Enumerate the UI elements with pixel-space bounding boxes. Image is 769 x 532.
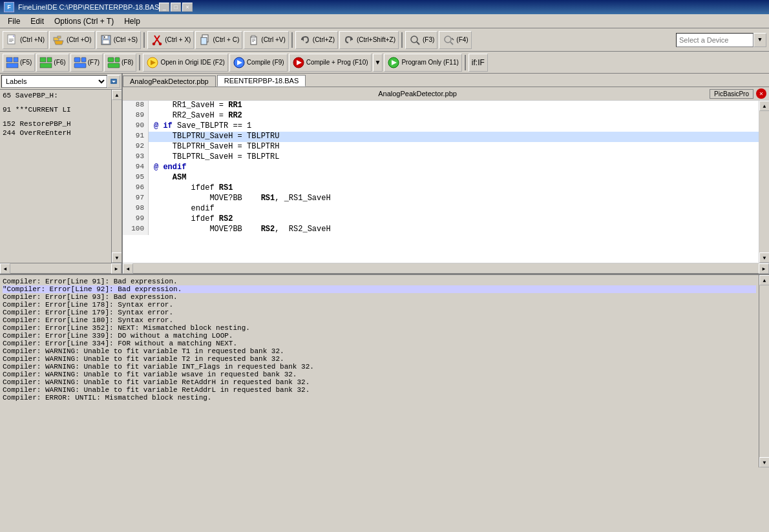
svg-point-15	[159, 43, 162, 45]
f6-button[interactable]: (F6)	[36, 54, 68, 72]
device-input[interactable]: Select a Device	[676, 33, 753, 47]
device-dropdown-button[interactable]: ▼	[753, 33, 766, 47]
f5-button[interactable]: (F5)	[3, 54, 35, 72]
left-scroll-track[interactable]	[112, 100, 121, 252]
code-line: 100 MOVE?BB RS2, RS2_SaveH	[123, 225, 759, 235]
editor-scroll-left[interactable]: ◄	[123, 263, 133, 274]
menu-file[interactable]: File	[3, 15, 25, 27]
redo-button[interactable]: (Ctrl+Shift+Z)	[339, 31, 399, 49]
line-content: TBLPTRU_SaveH = TBLPTRU	[149, 132, 759, 142]
minimize-button[interactable]: _	[159, 3, 169, 12]
close-file-button[interactable]: ✕	[756, 88, 766, 99]
list-item[interactable]: 65 SavePBP_H:	[1, 91, 110, 100]
line-num: 89	[123, 111, 149, 121]
output-scroll-down[interactable]: ▼	[759, 457, 769, 467]
menu-options[interactable]: Options (Ctrl + T)	[49, 15, 119, 27]
line-num: 88	[123, 101, 149, 111]
toolbar2: (F5) (F6) (F7) (F8) Open in Origi IDE (F…	[0, 52, 769, 74]
list-item[interactable]	[1, 114, 110, 119]
output-line: Compiler: WARNING: Unable to fit variabl…	[3, 378, 756, 386]
open-orig-ide-button[interactable]: Open in Origi IDE (F2)	[143, 54, 227, 72]
editor-vscroll-track[interactable]	[759, 111, 769, 252]
svg-rect-20	[252, 39, 255, 39]
left-scroll-down[interactable]: ▼	[112, 252, 121, 263]
paste-button[interactable]: (Ctrl +V)	[244, 31, 289, 49]
open-orig-ide-icon	[146, 56, 159, 69]
output-vscroll-track[interactable]	[759, 285, 769, 457]
code-line: 93 TBLPTRL_SaveH = TBLPTRL	[123, 152, 759, 163]
labels-dropdown[interactable]: Labels	[1, 75, 107, 88]
tab-analog-peak[interactable]: AnalogPeakDetector.pbp	[123, 76, 216, 87]
left-scroll-up[interactable]: ▲	[112, 90, 121, 100]
f6-icon	[39, 56, 52, 69]
list-item[interactable]: 152 RestorePBP_H	[1, 119, 110, 128]
findnext-button[interactable]: (F4)	[439, 31, 471, 49]
editor-scroll-right[interactable]: ►	[759, 263, 769, 274]
redo-label: (Ctrl+Shift+Z)	[357, 36, 395, 43]
editor-vscroll: ▲ ▼	[759, 101, 769, 263]
undo-button[interactable]: (Ctrl+Z)	[295, 31, 338, 49]
left-hscroll-track[interactable]	[10, 263, 111, 273]
line-num: 90	[123, 121, 149, 132]
output-line: "Compiler: Error[Line 92]: Bad expressio…	[3, 285, 756, 293]
close-button[interactable]: ×	[182, 3, 193, 12]
list-item[interactable]: 91 ***CURRENT LI	[1, 105, 110, 114]
menu-help[interactable]: Help	[119, 15, 145, 27]
copy-button[interactable]: (Ctrl + C)	[195, 31, 242, 49]
f8-button[interactable]: (F8)	[104, 54, 136, 72]
paste-icon	[247, 34, 260, 46]
open-icon	[52, 34, 65, 46]
svg-rect-36	[74, 57, 80, 62]
code-body: 88 RR1_SaveH = RR1 89 RR2_SaveH = RR2 90…	[123, 101, 769, 263]
code-header: AnalogPeakDetector.pbp PicBasicPro ✕	[123, 87, 769, 101]
compile-prog-icon	[292, 56, 305, 69]
f8-icon	[107, 56, 120, 69]
left-scroll-right[interactable]: ►	[111, 263, 121, 274]
code-line: 90 @ if Save_TBLPTR == 1	[123, 121, 759, 132]
svg-rect-30	[6, 57, 12, 62]
left-vscroll: ▲ ▼	[111, 90, 121, 263]
cut-button[interactable]: (Ctrl + X)	[147, 31, 194, 49]
svg-rect-6	[58, 36, 61, 38]
compile-prog-button[interactable]: Compile + Prog (F10)	[289, 54, 372, 72]
program-only-button[interactable]: Program Only (F11)	[384, 54, 461, 72]
compile-button[interactable]: Compile (F9)	[229, 54, 288, 72]
left-scroll-left[interactable]: ◄	[0, 263, 10, 274]
paste-label: (Ctrl +V)	[261, 36, 286, 43]
editor-hscroll-track[interactable]	[133, 263, 759, 273]
line-num: 100	[123, 225, 149, 235]
labels-dropdown-button[interactable]	[107, 75, 120, 88]
line-content: TBLPTRH_SaveH = TBLPTRH	[149, 142, 759, 152]
program-only-label: Program Only (F11)	[401, 59, 458, 66]
line-content: MOVE?BB RS2, RS2_SaveH	[149, 225, 759, 235]
line-content: ifdef RS1	[149, 183, 759, 194]
line-content: RR2_SaveH = RR2	[149, 111, 759, 121]
line-num: 96	[123, 183, 149, 194]
f8-label: (F8)	[121, 59, 133, 66]
list-item[interactable]	[1, 100, 110, 105]
open-button[interactable]: (Ctrl +O)	[49, 31, 95, 49]
compile-dropdown-button[interactable]: ▼	[373, 54, 383, 72]
save-button[interactable]: (Ctrl +S)	[96, 31, 142, 49]
line-num: 99	[123, 214, 149, 225]
svg-rect-4	[9, 41, 12, 42]
editor-scroll-up[interactable]: ▲	[759, 101, 769, 111]
svg-rect-35	[40, 63, 52, 68]
svg-rect-41	[108, 63, 120, 68]
svg-rect-39	[108, 57, 114, 62]
list-item[interactable]: 244 OverReEnterH	[1, 128, 110, 138]
output-scroll-up[interactable]: ▲	[759, 275, 769, 285]
tab-reenterpbp[interactable]: REENTERPBP-18.BAS	[217, 75, 306, 87]
find-button[interactable]: (F3)	[405, 31, 437, 49]
menu-edit[interactable]: Edit	[25, 15, 49, 27]
f7-button[interactable]: (F7)	[70, 54, 103, 72]
new-label: (Ctrl +N)	[20, 36, 45, 43]
svg-point-14	[153, 43, 155, 45]
maximize-button[interactable]: □	[171, 3, 181, 12]
editor-scroll-down[interactable]: ▼	[759, 252, 769, 263]
new-button[interactable]: (Ctrl +N)	[3, 31, 48, 49]
svg-rect-32	[6, 63, 18, 68]
if-badge[interactable]: if:IF	[469, 54, 488, 72]
line-content: RR1_SaveH = RR1	[149, 101, 759, 111]
code-editor[interactable]: 88 RR1_SaveH = RR1 89 RR2_SaveH = RR2 90…	[123, 101, 759, 263]
